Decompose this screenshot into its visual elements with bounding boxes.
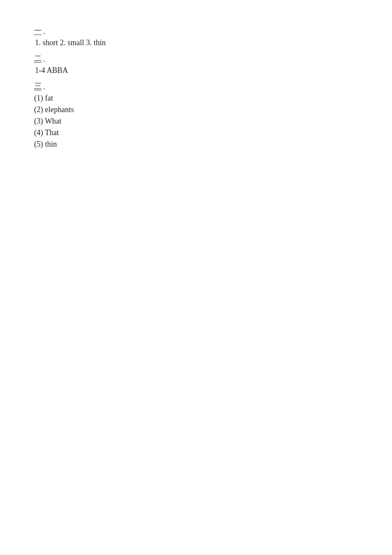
section-three-list: (1) fat (2) elephants (3) What (4) That … [34, 94, 358, 149]
section-three: 三、 (1) fat (2) elephants (3) What (4) Th… [34, 81, 358, 149]
section-two-content: 1-4 ABBA [34, 66, 358, 75]
section-one-comma: 、 [43, 26, 50, 36]
section-two-header: 二、 [34, 53, 358, 64]
list-item-1: (1) fat [34, 94, 358, 103]
section-one-content: 1. short 2. small 3. thin [34, 38, 358, 47]
list-item-2: (2) elephants [34, 105, 358, 114]
section-two-comma: 、 [43, 53, 50, 64]
list-item-4: (4) That [34, 128, 358, 137]
list-item-5: (5) thin [34, 140, 358, 149]
section-three-header: 三、 [34, 81, 358, 91]
section-three-comma: 、 [43, 81, 50, 91]
section-three-number: 三 [34, 81, 42, 91]
section-one: 一、 1. short 2. small 3. thin [34, 26, 358, 47]
section-two: 二、 1-4 ABBA [34, 53, 358, 75]
section-one-number: 一 [34, 26, 42, 36]
list-item-3: (3) What [34, 117, 358, 126]
section-two-number: 二 [34, 53, 42, 64]
section-one-header: 一、 [34, 26, 358, 36]
